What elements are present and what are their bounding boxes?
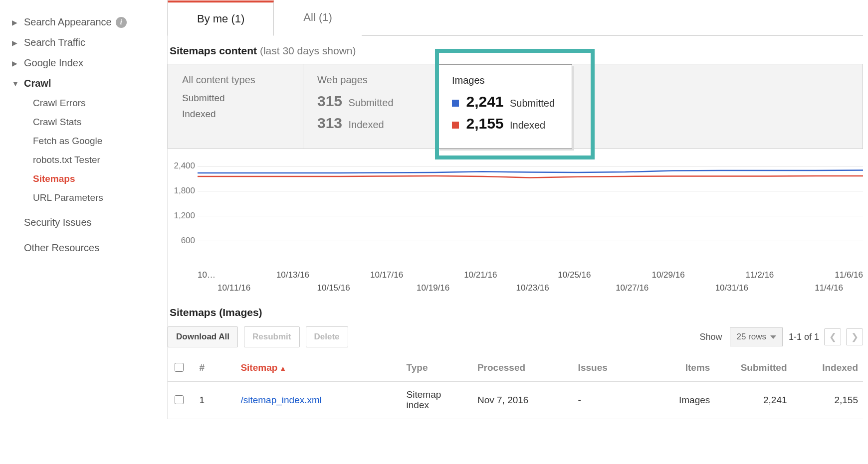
sitemap-link[interactable]: /sitemap_index.xml (240, 395, 322, 405)
cell-issues: - (573, 382, 650, 419)
heading-text: Sitemaps content (170, 45, 257, 56)
sidebar-item-security-issues[interactable]: Security Issues (12, 212, 162, 233)
card-row-label: Submitted (182, 93, 225, 103)
tab-all[interactable]: All (1) (274, 0, 361, 36)
prev-page-button[interactable]: ❮ (824, 328, 841, 345)
chart-series-line (198, 170, 863, 173)
cell-processed: Nov 7, 2016 (472, 382, 573, 419)
sidebar-item-other-resources[interactable]: Other Resources (12, 238, 162, 258)
chart-x-tick: 10/29/16 (651, 270, 684, 280)
sidebar-item-label: Crawl (24, 78, 51, 89)
download-all-button[interactable]: Download All (168, 326, 238, 347)
chart-y-tick: 1,200 (168, 211, 195, 221)
legend-swatch-submitted (452, 100, 459, 107)
chart-x-tick: 10/31/16 (715, 283, 748, 293)
chevron-down-icon: ▼ (12, 80, 21, 88)
chart-x-tick: 10… (198, 270, 216, 280)
cell-submitted: 2,241 (715, 382, 792, 419)
sidebar: ▶ Search Appearance i ▶ Search Traffic ▶… (0, 0, 167, 419)
cell-sitemap: /sitemap_index.xml (235, 382, 401, 419)
card-web-pages[interactable]: Web pages 315 Submitted 313 Indexed (303, 64, 437, 149)
sidebar-item-crawl[interactable]: ▼ Crawl (12, 73, 162, 94)
sidebar-item-google-index[interactable]: ▶ Google Index (12, 53, 162, 73)
chart-y-tick: 2,400 (168, 161, 195, 171)
sidebar-item-search-traffic[interactable]: ▶ Search Traffic (12, 32, 162, 53)
chart-series-line (198, 176, 863, 178)
sort-asc-icon: ▲ (279, 364, 286, 372)
cell-items: Images (650, 382, 715, 419)
col-processed[interactable]: Processed (472, 354, 573, 382)
sitemaps-table: # Sitemap▲ Type Processed Issues Items S… (168, 354, 863, 419)
sidebar-item-url-parameters[interactable]: URL Parameters (12, 188, 162, 207)
chart-x-tick: 10/17/16 (370, 270, 403, 280)
metric-value: 315 (317, 93, 342, 110)
col-index[interactable]: # (194, 354, 235, 382)
tabs: By me (1) All (1) (168, 0, 863, 36)
chart-x-tick: 10/13/16 (276, 270, 309, 280)
content-type-cards: All content types Submitted Indexed Web … (168, 64, 863, 149)
col-submitted[interactable]: Submitted (715, 354, 792, 382)
tab-by-me[interactable]: By me (1) (168, 0, 274, 36)
sidebar-item-label: Search Appearance (24, 16, 112, 28)
chart-y-tick: 1,800 (168, 186, 195, 196)
table-header-row: # Sitemap▲ Type Processed Issues Items S… (168, 354, 863, 382)
sidebar-item-crawl-errors[interactable]: Crawl Errors (12, 94, 162, 113)
next-page-button[interactable]: ❯ (846, 328, 863, 345)
card-images[interactable]: Images 2,241 Submitted 2,155 Indexed (437, 64, 572, 149)
sidebar-item-label: Search Traffic (24, 37, 85, 48)
chart-x-tick: 11/4/16 (815, 283, 843, 293)
chevron-right-icon: ▶ (12, 39, 21, 47)
delete-button[interactable]: Delete (306, 326, 348, 347)
chart-x-tick: 11/6/16 (835, 270, 863, 280)
chart-x-tick: 10/19/16 (417, 283, 449, 293)
sidebar-item-label: Other Resources (24, 242, 99, 254)
cell-index: 1 (194, 382, 235, 419)
metric-value: 313 (317, 115, 342, 132)
metric-value: 2,155 (466, 115, 503, 132)
card-row-label: Indexed (182, 109, 216, 119)
col-sitemap[interactable]: Sitemap▲ (235, 354, 401, 382)
resubmit-button[interactable]: Resubmit (244, 326, 299, 347)
chart-x-tick: 10/15/16 (317, 283, 350, 293)
sitemaps-images-heading: Sitemaps (Images) (170, 307, 863, 318)
sidebar-item-fetch-as-google[interactable]: Fetch as Google (12, 132, 162, 151)
metric-label: Submitted (510, 98, 555, 109)
chart-x-tick: 10/21/16 (464, 270, 497, 280)
legend-swatch-indexed (452, 122, 459, 129)
chevron-right-icon: ▶ (12, 59, 21, 67)
chart-x-tick: 10/11/16 (217, 283, 250, 293)
sidebar-item-search-appearance[interactable]: ▶ Search Appearance i (12, 12, 162, 32)
sidebar-item-sitemaps[interactable]: Sitemaps (12, 169, 162, 188)
rows-value: 25 rows (736, 332, 766, 342)
card-header: All content types (182, 74, 289, 86)
chart-x-tick: 10/25/16 (558, 270, 591, 280)
pagination: 1-1 of 1 ❮ ❯ (789, 328, 863, 345)
chart-x-tick: 10/23/16 (516, 283, 549, 293)
col-type[interactable]: Type (402, 354, 472, 382)
table-row[interactable]: 1/sitemap_index.xmlSitemapindexNov 7, 20… (168, 382, 863, 419)
col-issues[interactable]: Issues (573, 354, 650, 382)
col-items[interactable]: Items (650, 354, 715, 382)
cell-type: Sitemapindex (402, 382, 472, 419)
chart-x-tick: 10/27/16 (616, 283, 649, 293)
rows-per-page-dropdown[interactable]: 25 rows (730, 327, 783, 346)
metric-value: 2,241 (466, 93, 503, 110)
select-all-checkbox[interactable] (175, 363, 184, 372)
info-icon[interactable]: i (116, 17, 127, 28)
metric-label: Indexed (510, 120, 545, 131)
chevron-down-icon (770, 335, 776, 339)
row-checkbox[interactable] (175, 395, 184, 404)
metric-label: Submitted (349, 97, 394, 108)
chart-x-axis: 10…10/13/1610/17/1610/21/1610/25/1610/29… (198, 270, 863, 293)
chart-x-tick: 11/2/16 (746, 270, 774, 280)
sidebar-item-robots-tester[interactable]: robots.txt Tester (12, 151, 162, 169)
show-label: Show (699, 332, 722, 342)
pagination-range: 1-1 of 1 (789, 332, 819, 342)
col-indexed[interactable]: Indexed (792, 354, 863, 382)
sidebar-item-crawl-stats[interactable]: Crawl Stats (12, 113, 162, 132)
card-header: Web pages (317, 74, 424, 86)
heading-muted: (last 30 days shown) (260, 45, 356, 56)
card-all-content-types[interactable]: All content types Submitted Indexed (168, 64, 303, 149)
table-toolbar: Download All Resubmit Delete Show 25 row… (168, 326, 863, 347)
chart-svg (198, 163, 863, 268)
